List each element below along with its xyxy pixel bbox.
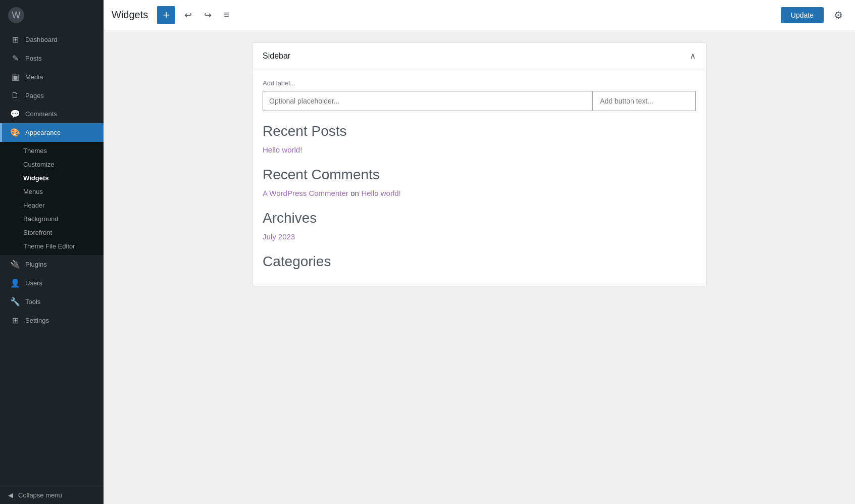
categories-title: Categories — [263, 254, 696, 270]
wp-logo-icon: W — [8, 7, 24, 23]
sidebar-item-label: Comments — [25, 110, 57, 118]
search-label: Add label... — [263, 79, 696, 87]
sidebar-item-label: Users — [25, 279, 42, 287]
widgets-canvas: Sidebar ∧ Add label... — [252, 42, 707, 492]
sidebar-item-pages[interactable]: 🗋 Pages — [0, 86, 104, 105]
posts-icon: ✎ — [10, 54, 20, 63]
recent-comments-content: A WordPress Commenter on Hello world! — [263, 189, 696, 198]
redo-icon: ↪ — [204, 10, 212, 21]
sidebar-item-themes[interactable]: Themes — [0, 144, 104, 158]
sidebar-item-label: Appearance — [25, 129, 61, 136]
sidebar-item-storefront[interactable]: Storefront — [0, 226, 104, 239]
update-button[interactable]: Update — [781, 7, 824, 23]
sidebar-item-users[interactable]: 👤 Users — [0, 274, 104, 292]
undo-icon: ↩ — [184, 10, 192, 21]
add-block-button[interactable]: + — [157, 6, 175, 24]
sidebar-item-widgets[interactable]: Widgets — [0, 171, 104, 185]
content-area: Sidebar ∧ Add label... — [104, 30, 855, 504]
comment-on-label: on — [350, 189, 359, 197]
archives-link-0[interactable]: July 2023 — [263, 232, 295, 241]
recent-posts-link-0[interactable]: Hello world! — [263, 145, 302, 154]
page-title: Widgets — [112, 9, 148, 21]
users-icon: 👤 — [10, 278, 20, 288]
undo-button[interactable]: ↩ — [181, 8, 195, 23]
toolbar: Widgets + ↩ ↪ ≡ Update ⚙ — [104, 0, 855, 30]
appearance-submenu: Themes Customize Widgets Menus Header Ba… — [0, 142, 104, 255]
gear-icon: ⚙ — [834, 10, 843, 21]
media-icon: ▣ — [10, 72, 20, 82]
sidebar-item-theme-file-editor[interactable]: Theme File Editor — [0, 239, 104, 253]
panel-body: Add label... Recent Posts Hello world! R… — [253, 69, 706, 286]
sidebar-item-customize[interactable]: Customize — [0, 158, 104, 171]
sidebar-item-dashboard[interactable]: ⊞ Dashboard — [0, 30, 104, 49]
tools-icon: 🔧 — [10, 297, 20, 307]
sidebar-item-label: Plugins — [25, 261, 47, 268]
sidebar-item-label: Tools — [25, 298, 40, 306]
panel-toggle-button[interactable]: ∧ — [690, 51, 696, 61]
sidebar-item-label: Pages — [25, 92, 44, 99]
collapse-icon: ◀ — [8, 491, 13, 499]
search-button-input[interactable] — [593, 91, 696, 111]
sidebar-item-label: Posts — [25, 55, 42, 62]
panel-header: Sidebar ∧ — [253, 43, 706, 69]
collapse-label: Collapse menu — [18, 491, 62, 499]
search-input-row — [263, 91, 696, 111]
recent-posts-title: Recent Posts — [263, 123, 696, 139]
main-area: Widgets + ↩ ↪ ≡ Update ⚙ Sidebar ∧ — [104, 0, 855, 504]
sidebar-item-plugins[interactable]: 🔌 Plugins — [0, 255, 104, 274]
sidebar-item-label: Dashboard — [25, 36, 58, 43]
settings-icon: ⊞ — [10, 316, 20, 325]
list-view-button[interactable]: ≡ — [221, 8, 232, 22]
sidebar-item-posts[interactable]: ✎ Posts — [0, 49, 104, 68]
sidebar-item-settings[interactable]: ⊞ Settings — [0, 311, 104, 330]
search-input[interactable] — [263, 91, 593, 111]
search-widget: Add label... — [263, 79, 696, 111]
recent-comments-title: Recent Comments — [263, 167, 696, 183]
sidebar-item-tools[interactable]: 🔧 Tools — [0, 292, 104, 311]
sidebar-item-comments[interactable]: 💬 Comments — [0, 105, 104, 123]
archives-title: Archives — [263, 210, 696, 226]
sidebar-item-background[interactable]: Background — [0, 212, 104, 226]
sidebar-item-menus[interactable]: Menus — [0, 185, 104, 198]
comment-author-link[interactable]: A WordPress Commenter — [263, 189, 348, 197]
sidebar-item-label: Settings — [25, 317, 49, 324]
search-input-wrap — [263, 91, 593, 111]
comments-icon: 💬 — [10, 109, 20, 119]
sidebar: W ⊞ Dashboard ✎ Posts ▣ Media 🗋 Pages 💬 … — [0, 0, 104, 504]
comment-post-link[interactable]: Hello world! — [361, 189, 400, 197]
sidebar-item-appearance[interactable]: 🎨 Appearance — [0, 123, 104, 142]
pages-icon: 🗋 — [10, 91, 20, 100]
sidebar-item-media[interactable]: ▣ Media — [0, 68, 104, 86]
list-icon: ≡ — [224, 10, 229, 20]
plugins-icon: 🔌 — [10, 260, 20, 269]
appearance-icon: 🎨 — [10, 128, 20, 137]
sidebar-logo: W — [0, 0, 104, 30]
sidebar-item-header[interactable]: Header — [0, 198, 104, 212]
sidebar-panel: Sidebar ∧ Add label... — [252, 42, 707, 286]
settings-gear-button[interactable]: ⚙ — [830, 7, 847, 23]
panel-title: Sidebar — [263, 52, 290, 61]
collapse-menu-button[interactable]: ◀ Collapse menu — [0, 486, 104, 504]
dashboard-icon: ⊞ — [10, 35, 20, 44]
sidebar-item-label: Media — [25, 73, 43, 81]
redo-button[interactable]: ↪ — [201, 8, 215, 23]
